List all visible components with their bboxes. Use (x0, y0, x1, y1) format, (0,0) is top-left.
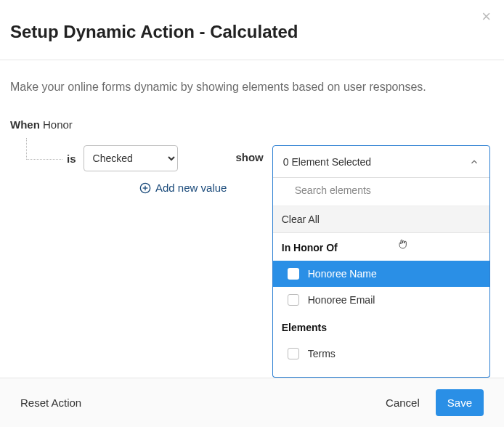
clear-all-button[interactable]: Clear All (273, 206, 489, 233)
search-wrap (273, 178, 489, 206)
dialog-header: Setup Dynamic Action - Calculated × (0, 0, 504, 60)
group-header-elements: Elements (273, 313, 489, 341)
search-input[interactable] (280, 184, 482, 196)
chevron-up-icon (469, 157, 479, 167)
checkbox-icon[interactable] (288, 268, 299, 280)
condition-select[interactable]: Checked (84, 145, 178, 171)
reset-action-button[interactable]: Reset Action (20, 396, 81, 409)
dialog-body: Make your online forms dynamic by showin… (0, 60, 504, 204)
dialog-title: Setup Dynamic Action - Calculated (10, 22, 494, 42)
group-header-in-honor: In Honor Of (273, 233, 489, 261)
option-honoree-email[interactable]: Honoree Email (273, 287, 489, 313)
save-button[interactable]: Save (436, 389, 484, 416)
option-label: Honoree Name (308, 268, 377, 280)
add-new-label: Add new value (155, 182, 227, 194)
cancel-button[interactable]: Cancel (386, 396, 420, 409)
plus-circle-icon (139, 182, 151, 194)
option-label: Honoree Email (308, 294, 375, 306)
checkbox-icon[interactable] (288, 348, 299, 359)
when-field: Honor (43, 118, 73, 131)
option-terms[interactable]: Terms (273, 341, 489, 367)
rule-row: is Checked Add new value show 0 Element … (10, 145, 494, 194)
add-new-value-button[interactable]: Add new value (139, 182, 227, 194)
options-scroll-area[interactable]: In Honor Of Honoree Name Honoree Email E… (273, 233, 489, 377)
tree-connector (26, 138, 62, 160)
intro-text: Make your online forms dynamic by showin… (10, 81, 494, 94)
when-label: When (10, 118, 40, 131)
elements-dropdown[interactable]: 0 Element Selected Clear All In Honor Of… (272, 145, 490, 179)
option-honoree-name[interactable]: Honoree Name (273, 261, 489, 287)
dropdown-panel: Clear All In Honor Of Honoree Name Honor… (272, 178, 490, 378)
close-icon[interactable]: × (481, 7, 491, 26)
checkbox-icon[interactable] (288, 294, 299, 306)
when-row: When Honor (10, 118, 494, 131)
dropdown-summary[interactable]: 0 Element Selected (273, 146, 489, 178)
footer-right: Cancel Save (386, 389, 484, 416)
condition-block: is Checked (67, 145, 227, 171)
show-label: show (235, 151, 263, 163)
dialog-footer: Reset Action Cancel Save (0, 378, 504, 427)
dropdown-summary-text: 0 Element Selected (283, 156, 371, 168)
is-label: is (67, 152, 76, 165)
option-label: Terms (308, 348, 336, 359)
